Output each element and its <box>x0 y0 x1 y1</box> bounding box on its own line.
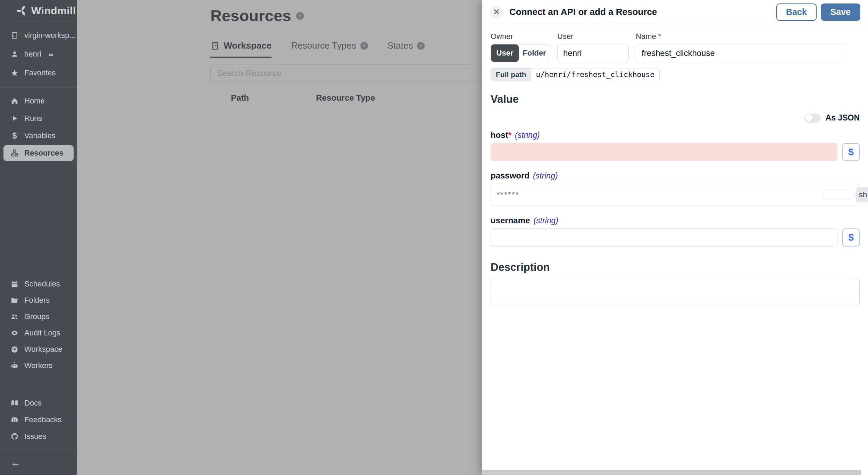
username-type: (string) <box>533 216 558 225</box>
description-textarea[interactable] <box>491 279 860 305</box>
user-input[interactable] <box>557 44 629 62</box>
info-icon: i <box>360 42 368 50</box>
sidebar-item-audit-logs[interactable]: Audit Logs <box>0 325 77 341</box>
tab-label: Resource Types <box>291 40 356 51</box>
host-label-row: host* (string) <box>491 130 860 140</box>
nav-admin: Schedules Folders Groups Audit Logs <box>0 271 77 378</box>
close-icon[interactable]: ✕ <box>490 6 503 19</box>
tab-workspace[interactable]: Workspace <box>210 40 272 58</box>
sidebar-item-workspace-settings[interactable]: Workspace <box>0 341 77 357</box>
sidebar-item-variables[interactable]: $ Variables <box>0 127 77 144</box>
password-label: password <box>491 171 529 181</box>
sidebar-item-workers[interactable]: Workers <box>0 357 77 374</box>
book-icon <box>10 399 19 407</box>
as-json-label: As JSON <box>826 113 860 123</box>
required-asterisk: * <box>658 32 661 41</box>
windmill-logo-icon <box>16 5 28 17</box>
sidebar-item-schedules[interactable]: Schedules <box>0 276 77 292</box>
sidebar-item-feedbacks[interactable]: Feedbacks <box>0 411 77 428</box>
nav-label: Groups <box>24 312 49 321</box>
sidebar-spacer <box>0 378 77 390</box>
robot-icon <box>10 361 19 370</box>
variable-picker-icon[interactable]: $ <box>842 143 860 161</box>
sidebar-item-resources[interactable]: Resources <box>3 145 74 161</box>
arrow-left-icon: ← <box>10 457 21 468</box>
username-label: username <box>491 216 530 225</box>
star-icon <box>10 69 19 77</box>
password-inner-pill[interactable] <box>823 190 854 200</box>
sidebar-item-folders[interactable]: Folders <box>0 292 77 308</box>
password-type: (string) <box>533 171 558 181</box>
horizontal-scrollbar[interactable] <box>482 470 868 475</box>
sidebar-item-docs[interactable]: Docs <box>0 395 77 411</box>
name-label: Name * <box>636 32 847 41</box>
discord-icon <box>10 416 19 424</box>
dollar-icon: $ <box>10 132 19 140</box>
nav-label: Home <box>24 97 45 106</box>
host-input[interactable] <box>491 143 837 161</box>
resource-drawer: ✕ Connect an API or add a Resource Back … <box>482 0 868 475</box>
nav-label: Runs <box>24 114 42 123</box>
page-title: Resources <box>210 7 291 25</box>
username-input[interactable] <box>491 228 837 247</box>
password-input[interactable]: ****** sh <box>491 184 860 206</box>
folder-icon <box>10 296 19 305</box>
workspace-name: virgin-worksp... <box>24 31 76 40</box>
tab-label: States <box>387 40 413 51</box>
sidebar-item-home[interactable]: Home <box>0 92 77 110</box>
password-label-row: password (string) <box>491 171 860 181</box>
owner-option-folder[interactable]: Folder <box>519 44 550 62</box>
nav-label: Folders <box>24 296 50 305</box>
required-asterisk: * <box>508 130 511 140</box>
host-type: (string) <box>515 131 540 140</box>
back-button[interactable]: Back <box>776 3 817 21</box>
calendar-icon <box>10 280 19 288</box>
user-menu[interactable]: henri <box>0 45 77 64</box>
drawer-header: ✕ Connect an API or add a Resource Back … <box>482 0 868 24</box>
username-label-row: username (string) <box>491 216 860 225</box>
sidebar: Windmill virgin-worksp... <box>0 0 77 475</box>
toggle-knob <box>805 114 813 122</box>
brand-name: Windmill <box>31 5 76 17</box>
sidebar-item-runs[interactable]: Runs <box>0 110 77 127</box>
play-icon <box>10 114 19 123</box>
home-icon <box>10 97 19 105</box>
eye-icon <box>10 329 19 337</box>
name-input[interactable] <box>636 44 847 62</box>
collapse-sidebar-button[interactable]: ← <box>0 450 77 475</box>
favorites-label: Favorites <box>24 68 56 77</box>
host-input-row: $ <box>491 143 860 161</box>
building-icon <box>10 31 19 40</box>
save-button[interactable]: Save <box>821 3 860 21</box>
username-input-row: $ <box>491 228 860 247</box>
variable-picker-icon[interactable]: $ <box>842 228 860 247</box>
building-icon <box>210 41 219 50</box>
github-icon <box>10 432 19 441</box>
show-password-button[interactable]: sh <box>856 187 868 202</box>
sidebar-item-groups[interactable]: Groups <box>0 308 77 325</box>
scrollbar-thumb[interactable] <box>482 470 861 475</box>
tab-states[interactable]: States i <box>387 40 425 58</box>
nav-label: Feedbacks <box>24 415 62 424</box>
nav-label: Schedules <box>24 280 60 289</box>
full-path-chip: Full path <box>491 68 531 81</box>
column-header-resource-type: Resource Type <box>316 93 375 103</box>
drawer-body: Owner User Folder User Name * <box>482 24 868 307</box>
workspace-switcher[interactable]: virgin-worksp... <box>0 26 77 45</box>
user-name: henri <box>24 50 41 59</box>
owner-toggle: User Folder <box>491 44 550 62</box>
tab-resource-types[interactable]: Resource Types i <box>291 40 368 58</box>
nav-label: Audit Logs <box>24 328 60 338</box>
nav-help: Docs Feedbacks Issues <box>0 390 77 450</box>
password-masked-value: ****** <box>496 190 519 200</box>
crown-icon <box>48 52 53 57</box>
info-icon[interactable]: i <box>296 12 304 20</box>
nav-label: Workspace <box>24 345 62 354</box>
as-json-toggle[interactable] <box>804 114 821 123</box>
sidebar-item-favorites[interactable]: Favorites <box>0 64 77 82</box>
owner-option-user[interactable]: User <box>491 44 519 62</box>
host-label: host* <box>491 130 511 140</box>
as-json-row: As JSON <box>491 113 860 123</box>
name-field: Name * <box>636 32 847 62</box>
sidebar-item-issues[interactable]: Issues <box>0 428 77 445</box>
